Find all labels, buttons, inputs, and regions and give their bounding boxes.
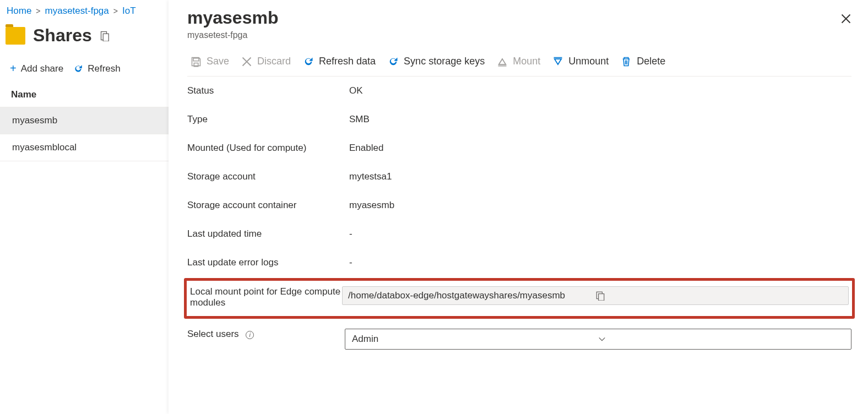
field-last-updated: Last updated time -: [187, 220, 851, 248]
status-label: Status: [187, 85, 349, 96]
type-label: Type: [187, 114, 349, 125]
select-users-value: Admin: [352, 334, 598, 345]
field-storage-account: Storage account mytestsa1: [187, 162, 851, 191]
close-icon: [840, 13, 851, 24]
save-label: Save: [207, 56, 229, 67]
add-share-button[interactable]: + Add share: [10, 62, 63, 75]
container-label: Storage account container: [187, 200, 349, 211]
select-users-label: Select users i: [187, 329, 345, 340]
chevron-right-icon: >: [113, 7, 118, 15]
error-logs-value: -: [349, 257, 851, 268]
unmount-button[interactable]: Unmount: [552, 56, 609, 67]
close-button[interactable]: [840, 13, 851, 24]
page-title: Shares: [33, 25, 92, 46]
mount-label: Mount: [513, 56, 540, 67]
sync-keys-label: Sync storage keys: [404, 56, 485, 67]
highlighted-region: Local mount point for Edge compute modul…: [184, 278, 855, 319]
breadcrumb-resource[interactable]: myasetest-fpga: [45, 6, 109, 17]
save-button: Save: [191, 56, 229, 67]
discard-label: Discard: [257, 56, 291, 67]
last-updated-label: Last updated time: [187, 228, 349, 239]
mount-point-field: /home/databox-edge/hostgatewayshares/mya…: [342, 286, 849, 305]
container-value: myasesmb: [349, 200, 851, 211]
type-value: SMB: [349, 114, 851, 125]
field-select-users: Select users i Admin: [187, 320, 851, 358]
sync-icon: [388, 56, 399, 67]
sync-keys-button[interactable]: Sync storage keys: [388, 56, 485, 67]
discard-button: Discard: [241, 56, 291, 67]
plus-icon: +: [10, 62, 17, 75]
refresh-icon: [303, 56, 314, 67]
select-users-dropdown[interactable]: Admin: [345, 329, 851, 350]
unmount-label: Unmount: [568, 56, 609, 67]
svg-rect-1: [103, 34, 109, 41]
copy-button[interactable]: [595, 291, 843, 301]
delete-label: Delete: [637, 56, 665, 67]
chevron-down-icon: [598, 335, 844, 343]
details-panel: myasesmb myasetest-fpga Save Discard Ref…: [169, 0, 868, 414]
chevron-right-icon: >: [36, 7, 40, 15]
refresh-label: Refresh: [88, 63, 121, 74]
refresh-icon: [73, 64, 83, 74]
field-type: Type SMB: [187, 105, 851, 134]
refresh-button[interactable]: Refresh: [73, 63, 121, 74]
field-container: Storage account container myasesmb: [187, 191, 851, 220]
storage-account-label: Storage account: [187, 171, 349, 182]
add-share-label: Add share: [21, 63, 64, 74]
pin-icon[interactable]: [100, 30, 111, 41]
info-icon[interactable]: i: [246, 331, 254, 339]
copy-icon: [595, 291, 605, 301]
mount-point-value: /home/databox-edge/hostgatewayshares/mya…: [348, 290, 595, 301]
delete-icon: [621, 56, 632, 67]
unmount-icon: [552, 56, 563, 67]
mounted-value: Enabled: [349, 143, 851, 154]
mount-button: Mount: [497, 56, 540, 67]
discard-icon: [241, 56, 252, 67]
error-logs-label: Last update error logs: [187, 257, 349, 268]
last-updated-value: -: [349, 228, 851, 239]
svg-rect-3: [599, 294, 604, 301]
mount-icon: [497, 56, 508, 67]
status-value: OK: [349, 85, 851, 96]
panel-subtitle: myasetest-fpga: [187, 30, 851, 40]
storage-account-value: mytestsa1: [349, 171, 851, 182]
mount-point-label: Local mount point for Edge compute modul…: [190, 286, 342, 308]
field-mounted: Mounted (Used for compute) Enabled: [187, 134, 851, 162]
field-mount-point: Local mount point for Edge compute modul…: [187, 286, 852, 308]
breadcrumb-page[interactable]: IoT: [122, 6, 136, 17]
refresh-data-label: Refresh data: [319, 56, 376, 67]
delete-button[interactable]: Delete: [621, 56, 665, 67]
field-error-logs: Last update error logs -: [187, 248, 851, 277]
folder-icon: [6, 27, 25, 45]
panel-toolbar: Save Discard Refresh data Sync storage k…: [187, 50, 851, 77]
save-icon: [191, 56, 202, 67]
mounted-label: Mounted (Used for compute): [187, 143, 349, 154]
panel-title: myasesmb: [187, 8, 851, 28]
refresh-data-button[interactable]: Refresh data: [303, 56, 376, 67]
column-header-label: Name: [11, 89, 36, 100]
breadcrumb-home[interactable]: Home: [7, 6, 31, 17]
field-status: Status OK: [187, 77, 851, 105]
